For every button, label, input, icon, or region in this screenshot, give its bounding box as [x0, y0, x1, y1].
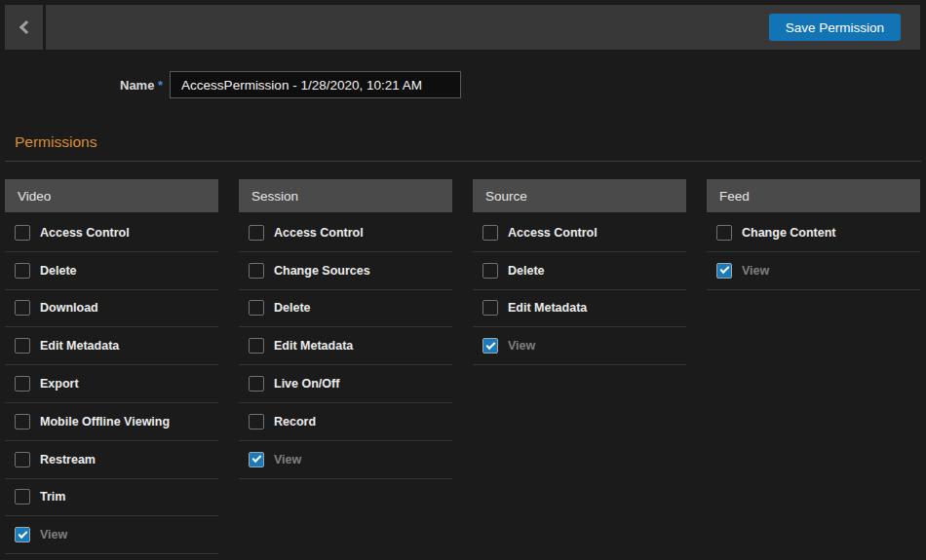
- permission-column-header: Video: [5, 179, 218, 212]
- permission-row[interactable]: Change Content: [707, 214, 920, 252]
- permission-label: Delete: [274, 301, 311, 315]
- permission-label: Trim: [40, 490, 65, 504]
- checkbox[interactable]: [716, 263, 732, 279]
- permission-row[interactable]: Download: [5, 290, 218, 328]
- checkbox[interactable]: [15, 414, 30, 429]
- permission-row[interactable]: Record: [239, 403, 452, 441]
- checkbox[interactable]: [249, 300, 264, 316]
- permission-rows: Change Content View: [707, 214, 920, 290]
- chevron-left-icon: [19, 20, 32, 34]
- checkbox[interactable]: [249, 263, 264, 279]
- name-label: Name *: [120, 78, 163, 93]
- checkbox[interactable]: [249, 414, 264, 429]
- permission-label: Mobile Offline Viewing: [40, 415, 170, 429]
- permission-rows: Access Control Change Sources Delete Edi…: [239, 214, 452, 479]
- permission-label: Live On/Off: [274, 377, 339, 391]
- permission-label: Change Sources: [274, 264, 370, 278]
- permission-label: View: [742, 264, 769, 278]
- check-icon: [719, 264, 729, 274]
- required-asterisk: *: [158, 78, 163, 93]
- permission-row[interactable]: Delete: [239, 290, 452, 328]
- checkbox[interactable]: [15, 527, 30, 542]
- checkbox[interactable]: [249, 225, 264, 241]
- save-permission-button[interactable]: Save Permission: [769, 14, 901, 41]
- permission-row[interactable]: Access Control: [5, 214, 218, 252]
- permission-label: Change Content: [742, 226, 836, 240]
- permission-column-header: Session: [239, 179, 452, 212]
- permission-column: Feed Change Content View: [707, 179, 920, 290]
- permission-row[interactable]: Edit Metadata: [473, 290, 686, 328]
- permission-column-header: Feed: [707, 179, 920, 212]
- top-toolbar: Save Permission: [5, 5, 920, 50]
- permission-row[interactable]: View: [5, 516, 218, 554]
- permission-row[interactable]: Access Control: [239, 214, 452, 252]
- permission-row[interactable]: Edit Metadata: [239, 327, 452, 365]
- checkbox[interactable]: [482, 263, 498, 279]
- permission-row[interactable]: Change Sources: [239, 252, 452, 290]
- permission-row[interactable]: Live On/Off: [239, 365, 452, 403]
- name-input[interactable]: [170, 71, 461, 98]
- permission-label: Restream: [40, 453, 96, 467]
- permission-label: Delete: [508, 264, 545, 278]
- permission-rows: Access Control Delete Edit Metadata View: [473, 214, 686, 365]
- checkbox[interactable]: [249, 376, 264, 392]
- check-icon: [485, 340, 495, 350]
- checkbox[interactable]: [15, 376, 30, 392]
- checkbox[interactable]: [249, 338, 264, 354]
- permission-rows: Access Control Delete Download Edit Meta…: [5, 214, 218, 554]
- permission-row[interactable]: View: [473, 327, 686, 365]
- permission-label: Export: [40, 377, 79, 391]
- checkbox[interactable]: [482, 300, 498, 316]
- permission-row[interactable]: Trim: [5, 479, 218, 517]
- permission-row[interactable]: Restream: [5, 441, 218, 479]
- name-field-row: Name *: [120, 71, 926, 98]
- permission-label: Access Control: [274, 226, 364, 240]
- section-divider: [5, 161, 921, 162]
- permission-label: Delete: [40, 264, 77, 278]
- permissions-section-title: Permissions: [15, 133, 926, 151]
- permission-row[interactable]: Edit Metadata: [5, 327, 218, 365]
- permission-label: View: [40, 528, 67, 541]
- check-icon: [18, 529, 27, 539]
- checkbox[interactable]: [15, 489, 30, 504]
- permission-column-header: Source: [473, 179, 686, 212]
- permission-label: View: [274, 453, 301, 467]
- permission-row[interactable]: Access Control: [473, 214, 686, 252]
- permission-column: Source Access Control Delete Edit Metada…: [473, 179, 686, 365]
- checkbox[interactable]: [249, 452, 264, 467]
- permission-row[interactable]: Mobile Offline Viewing: [5, 403, 218, 441]
- permission-label: Access Control: [40, 226, 130, 240]
- permission-label: Access Control: [508, 226, 598, 240]
- permission-label: Record: [274, 415, 316, 429]
- permission-label: Edit Metadata: [274, 339, 353, 353]
- checkbox[interactable]: [482, 225, 498, 241]
- name-label-text: Name: [120, 78, 154, 93]
- permission-label: Download: [40, 301, 98, 315]
- checkbox[interactable]: [15, 338, 30, 354]
- permission-label: Edit Metadata: [40, 339, 119, 353]
- permission-label: Edit Metadata: [508, 301, 587, 315]
- check-icon: [251, 453, 261, 463]
- permission-column: Session Access Control Change Sources De…: [239, 179, 452, 479]
- checkbox[interactable]: [716, 225, 732, 241]
- permission-row[interactable]: Delete: [5, 252, 218, 290]
- checkbox[interactable]: [15, 225, 30, 241]
- permissions-grid: Video Access Control Delete Download Edi…: [5, 179, 920, 554]
- permission-row[interactable]: View: [239, 441, 452, 479]
- checkbox[interactable]: [482, 338, 498, 354]
- checkbox[interactable]: [15, 452, 30, 467]
- permission-row[interactable]: Export: [5, 365, 218, 403]
- permission-label: View: [508, 339, 535, 353]
- checkbox[interactable]: [15, 263, 30, 279]
- permission-row[interactable]: Delete: [473, 252, 686, 290]
- back-button[interactable]: [5, 5, 46, 50]
- checkbox[interactable]: [15, 300, 30, 316]
- permission-row[interactable]: View: [707, 252, 920, 290]
- permission-column: Video Access Control Delete Download Edi…: [5, 179, 218, 554]
